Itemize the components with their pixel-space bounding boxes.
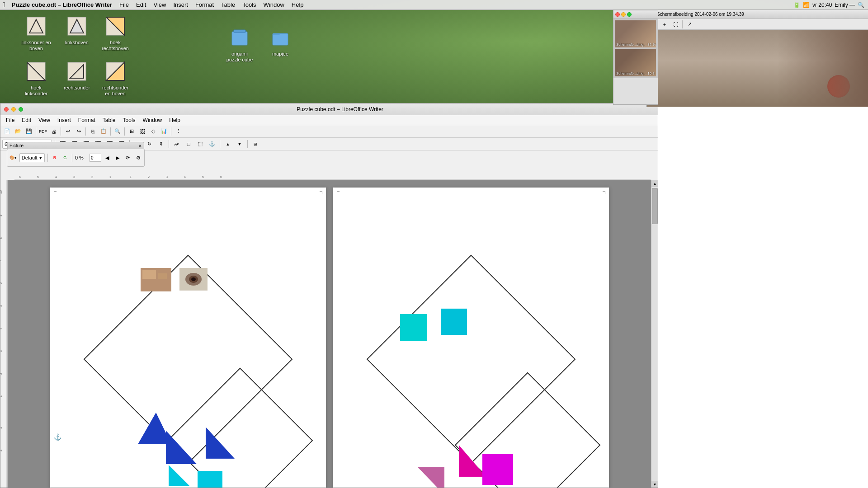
scroll-thumb[interactable] [652,188,658,224]
desktop-icon-mapjee[interactable]: mapjee [262,25,298,57]
screenshot-photo-area [647,30,868,107]
svg-point-51 [191,277,196,281]
send-back-btn[interactable]: ▼ [235,139,245,149]
search-icon[interactable]: 🔍 [858,2,864,8]
prev-image-btn[interactable]: ◀ [103,153,112,163]
win-min[interactable] [621,12,626,17]
desktop-icon-linksboven[interactable]: linksboven [59,14,95,46]
wm-tools[interactable]: Tools [119,117,139,123]
picture-panel-titlebar[interactable]: Picture ✕ [7,142,144,149]
wrap-btn[interactable]: ⬚ [195,139,205,149]
wifi-icon: 📶 [803,2,810,8]
vertical-scrollbar[interactable]: ▲ ▼ [651,180,658,488]
wm-insert[interactable]: Insert [54,117,75,123]
fit-btn[interactable]: ⛶ [670,19,680,29]
pdf-btn[interactable]: PDF [38,127,48,136]
win-max[interactable] [627,12,632,17]
svg-rect-75 [482,454,513,485]
wm-view[interactable]: View [35,117,54,123]
open-btn[interactable]: 📂 [13,127,23,136]
percent-input[interactable]: 0 [90,154,101,162]
desktop-icon-hoek-linksonder[interactable]: hoeklinksonder [18,59,54,97]
desktop-icon-rechtsonder-boven[interactable]: rechtsonderen boven [97,59,133,97]
save-btn[interactable]: 💾 [24,127,34,136]
sep3 [85,127,86,136]
ruler-svg: 6 5 4 3 2 1 1 2 3 4 5 6 [14,173,651,180]
undo-btn[interactable]: ↩ [63,127,73,136]
picture-color-btn[interactable]: 🎨▾ [9,153,18,163]
anchor-btn[interactable]: ⚓ [207,139,217,149]
wm-window[interactable]: Window [139,117,166,123]
flip-v-btn[interactable]: ⇕ [156,139,166,149]
menu-format[interactable]: Format [192,1,217,8]
document-scroll-area[interactable]: ⚓ [8,180,651,488]
svg-text:4: 4 [55,175,57,178]
bring-front-btn[interactable]: ▲ [223,139,233,149]
insert-img-btn[interactable]: 🖼 [137,127,147,136]
find-btn[interactable]: 🔍 [113,127,123,136]
desktop-icon-linksonder[interactable]: linksonder enboven [18,14,54,52]
menu-file[interactable]: File [116,1,132,8]
red-channel-btn[interactable]: R [51,153,59,163]
menu-view[interactable]: View [150,1,170,8]
scroll-up-btn[interactable]: ▲ [651,180,658,187]
user-display: Emily — [835,2,855,8]
apple-logo[interactable]:  [3,1,5,9]
rotate-btn[interactable]: ↻ [144,139,154,149]
print-btn[interactable]: 🖨 [49,127,59,136]
svg-text:1: 1 [0,427,2,429]
wm-help[interactable]: Help [165,117,184,123]
scroll-down-btn[interactable]: ▼ [651,481,658,488]
sep2 [61,127,61,136]
wm-file[interactable]: File [2,117,18,123]
redo-btn[interactable]: ↪ [74,127,84,136]
svg-text:2: 2 [0,450,2,451]
menu-edit[interactable]: Edit [132,1,150,8]
green-channel-btn[interactable]: G [61,153,69,163]
picture-mode-dropdown[interactable]: Default ▾ [19,153,45,162]
menu-table[interactable]: Table [217,1,239,8]
zoom-in-btn[interactable]: + [660,19,670,29]
menu-help[interactable]: Help [288,1,307,8]
icon-image [268,25,293,50]
svg-text:6: 6 [0,282,2,284]
icon-image [103,59,128,84]
win-max-btn[interactable] [19,107,23,112]
desktop-icon-hoek-rechtsboven[interactable]: hoekrechtsboven [97,14,133,52]
shadow-btn[interactable]: □ [184,139,193,149]
insert-table-btn[interactable]: ⊞ [127,127,137,136]
refresh-btn[interactable]: ⟳ [124,153,132,163]
menu-libreoffice[interactable]: Puzzle cube.odt – LibreOffice Writer [8,1,116,8]
desktop-icon-origami[interactable]: origamipuzzle cube [222,25,258,63]
copy-btn[interactable]: ⎘ [88,127,98,136]
icon-label: hoekrechtsboven [102,40,129,52]
sep6 [171,127,171,136]
win-close-btn[interactable] [4,107,9,112]
screenshot-thumb2[interactable]: Schermafb...ding....16.3 [615,49,656,76]
more-btn[interactable]: ⋮ [173,127,183,136]
svg-marker-54 [206,427,235,459]
color-btn[interactable]: A▾ [172,139,182,149]
win-min-btn[interactable] [11,107,16,112]
wm-edit[interactable]: Edit [18,117,35,123]
share-btn[interactable]: ↗ [684,19,694,29]
filter-btn[interactable]: ⊞ [250,139,260,149]
menubar-right: 🔋 📶 vr 20:40 Emily — 🔍 [793,2,868,8]
wm-format[interactable]: Format [75,117,99,123]
menu-window[interactable]: Window [260,1,288,8]
screenshot-thumb1[interactable]: Schermafb...ding....32.% [615,20,656,47]
desktop-icon-rechtsonder[interactable]: rechtsonder [59,59,95,91]
svg-text:1: 1 [130,175,132,178]
insert-shape-btn[interactable]: ◇ [148,127,158,136]
win-close[interactable] [615,12,620,17]
new-btn[interactable]: 📄 [2,127,12,136]
menu-insert[interactable]: Insert [170,1,192,8]
picture-panel-close[interactable]: ✕ [138,144,142,148]
svg-rect-72 [441,309,467,335]
paste-btn[interactable]: 📋 [99,127,108,136]
insert-chart-btn[interactable]: 📊 [159,127,169,136]
next-image-btn[interactable]: ▶ [113,153,122,163]
menu-tools[interactable]: Tools [239,1,259,8]
wm-table[interactable]: Table [99,117,119,123]
props-btn[interactable]: ⚙ [134,153,142,163]
